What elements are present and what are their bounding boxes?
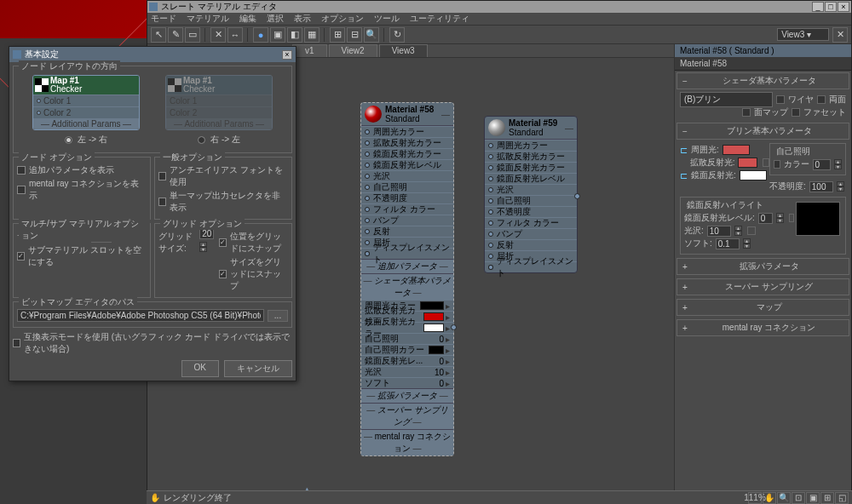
tool-search-icon[interactable]: 🔍 [364, 27, 379, 43]
node-param[interactable]: 光沢 [485, 184, 577, 195]
soft-spinner[interactable]: 0.1 [716, 238, 740, 249]
tool-showmap-icon[interactable]: ▦ [304, 27, 320, 43]
node-param[interactable]: 鏡面反射光レベル [361, 159, 453, 170]
tool-assign-icon[interactable]: ▭ [185, 27, 200, 43]
hand-icon[interactable]: ✋ [150, 493, 160, 502]
node-param[interactable]: 反射 [361, 226, 453, 237]
layout-preview-rl[interactable]: Map #1Checker Color 1 Color 2 — Addition… [165, 75, 273, 146]
nav-all-icon[interactable]: ◱ [835, 492, 849, 504]
node-header[interactable]: Material #59Standard — [485, 117, 577, 140]
radio-rl[interactable] [198, 136, 205, 144]
lock-icon[interactable]: ⊏ [680, 170, 688, 181]
node-param-swatch[interactable]: 鏡面反射光カラー▸ [361, 322, 453, 333]
menu-mode[interactable]: モード [151, 13, 176, 25]
tool-delview-icon[interactable]: ✕ [832, 27, 848, 43]
material-node-59[interactable]: Material #59Standard — 周囲光カラー 拡散反射光カラー 鏡… [484, 116, 578, 273]
tool-show-icon[interactable]: ◧ [287, 27, 302, 43]
node-section[interactable]: — スーパー サンプリング — [361, 403, 453, 429]
map-slot[interactable] [747, 226, 756, 235]
tab-view2[interactable]: View2 [329, 44, 377, 57]
node-param[interactable]: バンプ [361, 215, 453, 226]
menu-material[interactable]: マテリアル [187, 13, 229, 25]
layout-preview-lr[interactable]: Map #1Checker Color 1 Color 2 — Addition… [32, 75, 140, 146]
maps-rollout[interactable]: +マップ [676, 299, 849, 316]
node-param[interactable]: 周囲光カラー [361, 126, 453, 137]
node-param[interactable]: 周囲光カラー [485, 140, 577, 151]
cancel-button[interactable]: キャンセル [224, 360, 292, 377]
node-param-val[interactable]: 光沢10▸ [361, 366, 453, 377]
material-node-58[interactable]: Material #58Standard — 周囲光カラー 拡散反射光カラー 鏡… [360, 102, 454, 456]
nav-zoom-icon[interactable]: 🔍 [777, 492, 791, 504]
wire-checkbox[interactable] [776, 95, 785, 104]
node-param[interactable]: 拡散反射光カラー [361, 137, 453, 148]
nav-fit-icon[interactable]: ⊡ [792, 492, 805, 504]
ambient-swatch[interactable] [722, 145, 750, 155]
speclevel-spinner[interactable]: 0 [758, 213, 773, 224]
node-param-swatch[interactable]: 自己照明カラー▸ [361, 344, 453, 355]
twosided-checkbox[interactable] [817, 95, 826, 104]
mentalray-rollout[interactable]: +mental ray コネクション [676, 319, 849, 336]
shader-dropdown[interactable]: (B)ブリン [680, 92, 773, 107]
node-param[interactable]: フィルタ カラー [485, 217, 577, 228]
node-param[interactable]: 拡散反射光カラー [485, 151, 577, 162]
output-port[interactable] [451, 324, 457, 330]
menu-edit[interactable]: 編集 [239, 13, 256, 25]
chk-compat[interactable] [13, 339, 20, 347]
si-color-checkbox[interactable] [774, 160, 780, 169]
specular-swatch[interactable] [740, 170, 767, 180]
node-param-val[interactable]: ソフト0▸ [361, 377, 453, 388]
chk-emptyslots[interactable]: ✓ [17, 252, 25, 261]
ext-params-rollout[interactable]: +拡張パラメータ [676, 258, 849, 275]
tool-box-icon[interactable]: ▣ [270, 27, 285, 43]
chk-antialias[interactable] [158, 172, 166, 180]
tool-move-icon[interactable]: ↔ [227, 27, 243, 43]
node-section[interactable]: — シェーダ基本パラメータ — [361, 273, 453, 300]
node-section[interactable]: — 拡張パラメータ — [361, 388, 453, 403]
shader-rollout[interactable]: −シェーダ基本パラメータ [676, 72, 849, 89]
menu-utilities[interactable]: ユーティリティ [410, 13, 469, 25]
node-header[interactable]: Material #58Standard — [361, 103, 453, 126]
node-param[interactable]: 鏡面反射光レベル [485, 173, 577, 184]
node-section[interactable]: — 追加パラメータ — [361, 259, 453, 273]
chk-mentalray[interactable] [17, 186, 26, 194]
chk-addparams[interactable] [17, 166, 26, 175]
supersampling-rollout[interactable]: +スーパー サンプリング [676, 278, 849, 295]
opacity-spinner[interactable]: 100 [809, 181, 833, 192]
menu-view[interactable]: 表示 [294, 13, 311, 25]
nav-region-icon[interactable]: ▣ [806, 492, 820, 504]
node-param[interactable]: ディスプレイスメント [485, 261, 577, 272]
node-param[interactable]: 不透明度 [485, 206, 577, 217]
nav-pan-icon[interactable]: ✋ [763, 492, 776, 504]
tool-layout-icon[interactable]: ⊞ [330, 27, 345, 43]
tool-refresh-icon[interactable]: ↻ [389, 27, 405, 43]
zoom-level[interactable]: 111% [748, 492, 762, 504]
node-param[interactable]: 光沢 [361, 170, 453, 181]
node-param[interactable]: 自己照明 [361, 181, 453, 192]
tool-dropper-icon[interactable]: ✎ [168, 27, 183, 43]
node-param[interactable]: 鏡面反射光カラー [485, 162, 577, 173]
close-button[interactable]: × [838, 2, 849, 12]
collapse-icon[interactable]: — [565, 123, 573, 133]
map-slot[interactable] [763, 158, 769, 167]
panel-subheader[interactable]: Material #58 [675, 57, 851, 71]
node-param[interactable]: ディスプレイスメント [361, 248, 453, 259]
tab-view3[interactable]: View3 [379, 44, 428, 57]
minimize-button[interactable]: _ [812, 2, 824, 12]
chk-snapsize[interactable]: ✓ [219, 270, 227, 278]
node-param[interactable]: 反射 [485, 239, 577, 250]
node-param[interactable]: フィルタ カラー [361, 203, 453, 215]
output-port[interactable] [574, 193, 580, 199]
menu-tools[interactable]: ツール [374, 13, 400, 25]
gloss-spinner[interactable]: 10 [707, 226, 731, 237]
bitmap-path-input[interactable] [17, 309, 264, 322]
radio-lr[interactable] [65, 136, 72, 144]
dialog-close-button[interactable]: × [282, 50, 292, 60]
diffuse-swatch[interactable] [738, 158, 757, 168]
tool-layout2-icon[interactable]: ⊟ [347, 27, 362, 43]
si-spinner[interactable]: 0 [813, 159, 831, 170]
titlebar[interactable]: スレート マテリアル エディタ _ □ × [147, 1, 851, 13]
node-param[interactable]: バンプ [485, 228, 577, 239]
node-param[interactable]: 自己照明 [485, 195, 577, 206]
chk-snappos[interactable]: ✓ [219, 238, 227, 247]
browse-button[interactable]: ... [268, 310, 288, 322]
